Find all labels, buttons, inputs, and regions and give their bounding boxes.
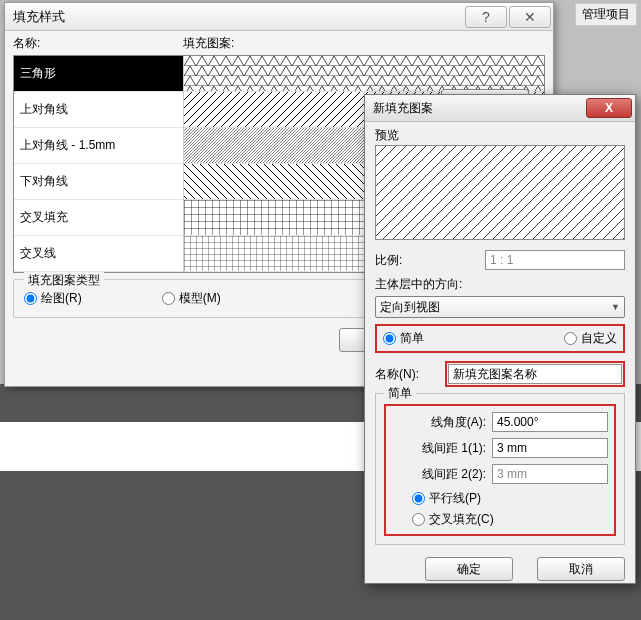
radio-model-input[interactable] <box>162 292 175 305</box>
orientation-combo[interactable]: 定向到视图 ▼ <box>375 296 625 318</box>
radio-simple-input[interactable] <box>383 332 396 345</box>
preview-swatch <box>375 145 625 240</box>
radio-custom[interactable]: 自定义 <box>564 330 617 347</box>
line-gap2-input <box>492 464 608 484</box>
radio-cross-input[interactable] <box>412 513 425 526</box>
close-window-button[interactable]: ✕ <box>509 6 551 28</box>
radio-simple[interactable]: 简单 <box>383 330 424 347</box>
dlg2-title: 新填充图案 <box>373 100 433 117</box>
simple-group-legend: 简单 <box>384 385 416 402</box>
dlg2-ok-button[interactable]: 确定 <box>425 557 513 581</box>
window-buttons: ? ✕ <box>465 6 553 28</box>
radio-custom-input[interactable] <box>564 332 577 345</box>
list-item[interactable]: 上对角线 <box>14 92 183 128</box>
radio-drawing[interactable]: 绘图(R) <box>24 290 82 307</box>
group-legend: 填充图案类型 <box>24 272 104 289</box>
line-gap1-label: 线间距 1(1): <box>392 440 492 457</box>
line-angle-label: 线角度(A): <box>392 414 492 431</box>
line-gap2-label: 线间距 2(2): <box>392 466 492 483</box>
orientation-label: 主体层中的方向: <box>375 276 625 293</box>
manage-project-button[interactable]: 管理项目 <box>575 3 637 26</box>
scale-input <box>485 250 625 270</box>
help-window-button[interactable]: ? <box>465 6 507 28</box>
type-radio-row: 简单 自定义 <box>375 324 625 353</box>
radio-parallel[interactable]: 平行线(P) <box>412 490 608 507</box>
svg-rect-6 <box>376 146 624 239</box>
radio-drawing-input[interactable] <box>24 292 37 305</box>
dlg2-cancel-button[interactable]: 取消 <box>537 557 625 581</box>
radio-cross[interactable]: 交叉填充(C) <box>412 511 608 528</box>
radio-drawing-label: 绘图(R) <box>41 290 82 307</box>
dlg1-title: 填充样式 <box>13 8 65 26</box>
simple-group: 简单 线角度(A): 线间距 1(1): 线间距 2(2): <box>375 393 625 545</box>
radio-parallel-input[interactable] <box>412 492 425 505</box>
pattern-column-label: 填充图案: <box>183 35 545 55</box>
pattern-swatch-triangles <box>184 56 544 92</box>
list-item[interactable]: 下对角线 <box>14 164 183 200</box>
list-item[interactable]: 三角形 <box>14 56 183 92</box>
line-gap1-input[interactable] <box>492 438 608 458</box>
name-label: 名称(N): <box>375 366 445 383</box>
chevron-down-icon: ▼ <box>611 302 620 312</box>
radio-model[interactable]: 模型(M) <box>162 290 221 307</box>
pattern-name-input[interactable] <box>448 364 622 384</box>
radio-custom-label: 自定义 <box>581 330 617 347</box>
name-column-label: 名称: <box>13 35 183 55</box>
orientation-value: 定向到视图 <box>380 299 440 316</box>
radio-cross-label: 交叉填充(C) <box>429 511 494 528</box>
list-item[interactable]: 上对角线 - 1.5mm <box>14 128 183 164</box>
radio-parallel-label: 平行线(P) <box>429 490 481 507</box>
new-fill-pattern-dialog: 新填充图案 X 预览 比例: 主体层中的方向: 定向到视图 ▼ 简单 自定义 <box>364 94 636 584</box>
list-item[interactable]: 交叉线 <box>14 236 183 272</box>
dlg2-close-button[interactable]: X <box>586 98 632 118</box>
list-item[interactable]: 交叉填充 <box>14 200 183 236</box>
radio-simple-label: 简单 <box>400 330 424 347</box>
scale-label: 比例: <box>375 252 485 269</box>
dlg1-titlebar: 填充样式 ? ✕ <box>5 3 553 31</box>
radio-model-label: 模型(M) <box>179 290 221 307</box>
line-angle-input[interactable] <box>492 412 608 432</box>
svg-rect-0 <box>184 56 544 91</box>
dlg2-titlebar: 新填充图案 X <box>365 95 635 122</box>
preview-label: 预览 <box>375 127 625 145</box>
